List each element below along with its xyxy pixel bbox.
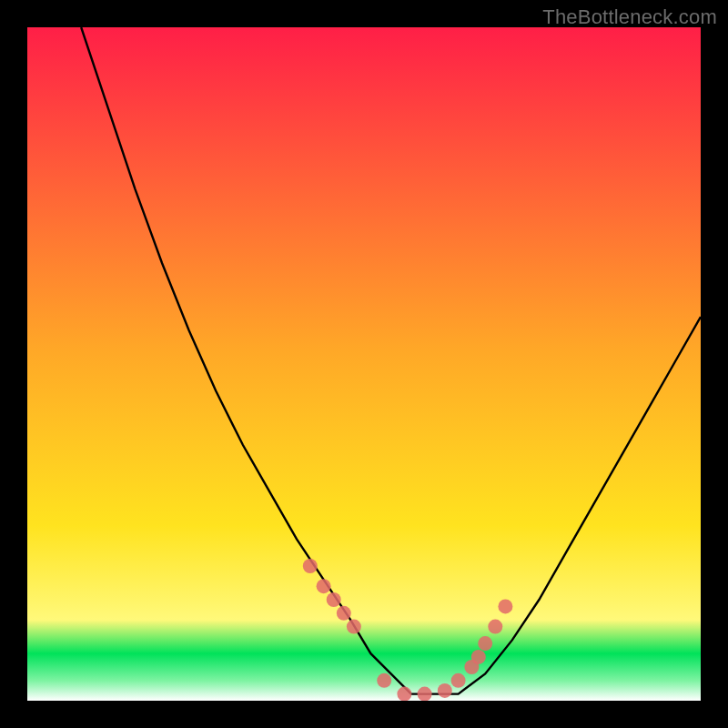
gradient-background xyxy=(27,27,701,701)
marker-point xyxy=(317,579,331,593)
marker-point xyxy=(337,606,351,621)
marker-point xyxy=(327,592,341,607)
marker-point xyxy=(478,636,492,651)
marker-point xyxy=(377,673,391,688)
marker-point xyxy=(303,559,318,573)
marker-point xyxy=(397,687,411,701)
marker-point xyxy=(498,599,512,613)
watermark-text: TheBottleneck.com xyxy=(542,5,717,29)
marker-point xyxy=(451,673,466,688)
marker-point xyxy=(418,687,432,701)
marker-point xyxy=(471,650,486,664)
marker-point xyxy=(438,683,452,698)
marker-point xyxy=(488,620,502,634)
marker-point xyxy=(347,620,361,634)
chart-frame: TheBottleneck.com xyxy=(0,0,728,728)
bottleneck-chart xyxy=(27,27,701,701)
